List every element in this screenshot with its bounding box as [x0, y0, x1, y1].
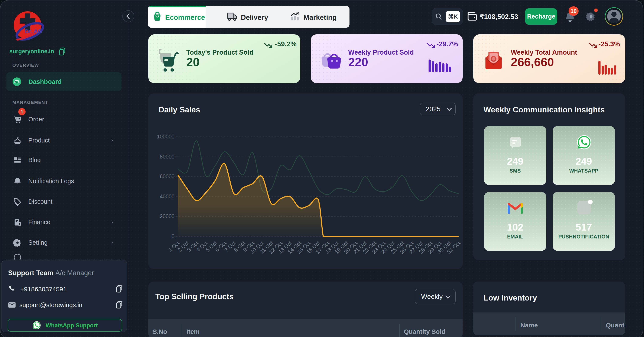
svg-text:20000: 20000	[160, 213, 174, 219]
svg-text:60000: 60000	[160, 173, 174, 179]
svg-text:0: 0	[172, 233, 174, 239]
svg-text:100000: 100000	[157, 134, 174, 140]
svg-text:40000: 40000	[160, 193, 174, 199]
svg-text:80000: 80000	[160, 154, 174, 160]
